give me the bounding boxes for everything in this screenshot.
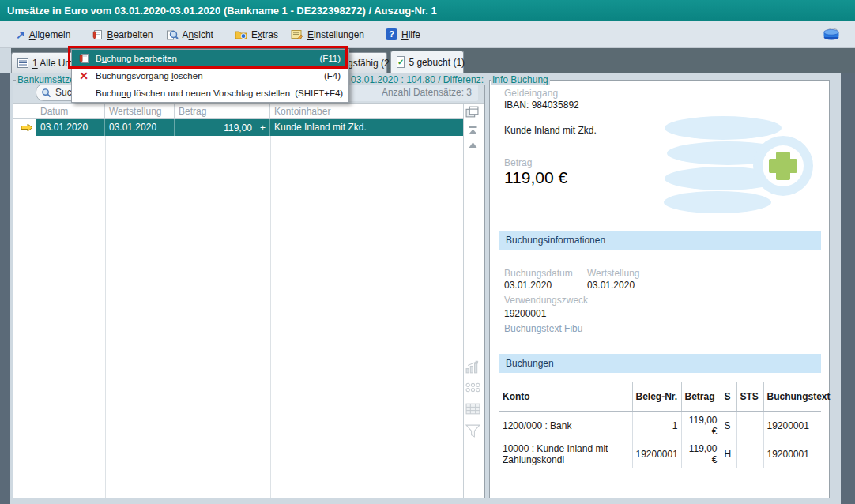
buchungen-table: Konto Beleg-Nr. Betrag S STS Buchungstex… <box>499 382 821 468</box>
column-header-kontoinhaber[interactable]: Kontoinhaber <box>270 104 463 119</box>
scroll-up-icon[interactable] <box>468 141 478 149</box>
help-icon: ? <box>386 28 397 40</box>
window-titlebar: Umsätze in Euro vom 03.01.2020-03.01.202… <box>0 0 855 21</box>
bt-col-beleg: Beleg-Nr. <box>632 382 681 411</box>
delete-x-icon: ✕ <box>72 70 96 82</box>
section-buchungsinformationen: Buchungsinformationen <box>499 231 821 250</box>
bt-s: H <box>721 440 736 468</box>
right-edge-bar[interactable] <box>841 73 855 504</box>
menu-ansicht[interactable]: Ansicht <box>160 26 220 43</box>
kunde-value: Kunde Inland mit Zkd. <box>504 125 597 136</box>
buchungen-header-row: Konto Beleg-Nr. Betrag S STS Buchungstex… <box>499 382 821 411</box>
verwendungszweck-label: Verwendungszweck <box>504 295 588 306</box>
edit-document-icon <box>92 29 103 40</box>
menu-einstellungen[interactable]: Einstellungen <box>284 26 371 43</box>
current-row-arrow-icon <box>21 122 33 133</box>
menu-item-buchung-loeschen-vorschlag[interactable]: Buchung löschen und neuen Vorschlag erst… <box>72 85 348 102</box>
iban-value: IBAN: 984035892 <box>504 100 579 111</box>
chart-tool-icon[interactable] <box>465 360 482 374</box>
menu-allgemein-label: Allgemein <box>29 29 71 40</box>
bt-col-buchungstext: Buchungstext <box>763 382 821 411</box>
info-buchung-panel: Geldeingang IBAN: 984035892 Kunde Inland… <box>489 80 830 498</box>
blue-folder-icon <box>822 25 841 41</box>
side-toolbar-divider <box>464 122 483 122</box>
menu-hilfe[interactable]: ? Hilfe <box>379 25 427 43</box>
settings-note-icon <box>291 29 303 39</box>
folder-info-icon <box>235 29 247 39</box>
menu-allgemein[interactable]: ↗ Allgemein <box>9 26 77 43</box>
grid-line <box>270 136 271 498</box>
cell-datum[interactable]: 03.01.2020 <box>36 119 105 136</box>
plus-indicator: + <box>260 122 266 134</box>
folder-button[interactable] <box>822 25 841 41</box>
toolbar-separator <box>224 26 224 43</box>
bt-s: S <box>721 411 736 440</box>
bt-col-sts: STS <box>736 382 763 411</box>
grid-line <box>105 136 106 498</box>
buchungsdatum-value: 03.01.2020 <box>504 280 552 291</box>
column-header-datum[interactable]: Datum <box>36 104 105 119</box>
menubar: ↗ Allgemein Bearbeiten Ansicht Extras <box>0 21 855 48</box>
column-chooser-icon[interactable] <box>465 106 479 118</box>
table-view-tool-icon[interactable] <box>465 403 480 415</box>
bankumsaetze-panel: Such Anzahl Datensätze: 3 Datum Wertstel… <box>13 80 485 498</box>
bank-table-selected-row[interactable]: 03.01.2020 03.01.2020 119,00 + Kunde Inl… <box>36 119 463 136</box>
list-icon <box>17 58 28 68</box>
buchungen-row: 10000 : Kunde Inland mit Zahlungskondi 1… <box>499 440 821 468</box>
menu-einstellungen-label: Einstellungen <box>307 29 364 40</box>
search-icon <box>41 88 51 98</box>
bank-table-header: Datum Wertstellung Betrag Kontoinhaber <box>13 104 484 119</box>
cell-wertstellung[interactable]: 03.01.2020 <box>105 119 175 136</box>
cell-kontoinhaber[interactable]: Kunde Inland mit Zkd. <box>270 119 463 136</box>
column-header-betrag[interactable]: Betrag <box>175 104 270 119</box>
bt-sts <box>736 440 763 468</box>
buchungstext-fibu-link[interactable]: Buchungstext Fibu <box>504 323 582 334</box>
bt-betrag: 119,00 € <box>681 411 721 440</box>
menu-bearbeiten[interactable]: Bearbeiten <box>85 26 159 43</box>
bt-beleg: 19200001 <box>632 440 681 468</box>
menu-extras[interactable]: Extras <box>228 26 284 43</box>
bt-betrag: 119,00 € <box>681 440 721 468</box>
cell-betrag[interactable]: 119,00 + <box>175 119 270 136</box>
toolbar-separator <box>375 26 375 43</box>
wertstellung-label: Wertstellung <box>587 268 639 279</box>
info-buchung-group-label: Info Buchung <box>491 74 550 85</box>
table-side-toolbar <box>464 106 484 498</box>
menu-item-label: Buchung löschen und neuen Vorschlag erst… <box>96 88 290 98</box>
record-count: Anzahl Datensätze: 3 <box>331 83 478 101</box>
menu-extras-label: Extras <box>251 29 278 40</box>
menu-hilfe-label: Hilfe <box>401 29 420 40</box>
menu-item-shortcut: (F4) <box>319 71 348 81</box>
bt-beleg: 1 <box>632 411 681 440</box>
check-icon: ✓ <box>397 56 405 68</box>
group-dots-tool-icon[interactable] <box>465 382 480 394</box>
bt-sts <box>736 411 763 440</box>
tab-gebucht[interactable]: ✓ 5 gebucht (1) <box>390 51 464 73</box>
bt-text: 19200001 <box>763 440 821 468</box>
app-window: Umsätze in Euro vom 03.01.2020-03.01.202… <box>0 0 855 504</box>
annotation-highlight-rectangle <box>68 46 348 69</box>
section-buchungen: Buchungen <box>499 354 821 373</box>
grid-line <box>175 136 175 498</box>
left-edge-bar <box>0 73 10 504</box>
money-in-coins-icon <box>650 114 819 218</box>
bt-text: 19200001 <box>763 411 821 440</box>
arrow-ne-icon: ↗ <box>16 30 25 39</box>
verwendungszweck-value: 19200001 <box>504 308 546 319</box>
bt-col-konto: Konto <box>499 382 632 411</box>
column-header-wertstellung[interactable]: Wertstellung <box>105 104 175 119</box>
wertstellung-value: 03.01.2020 <box>587 280 635 291</box>
menu-item-buchungsvorgang-loeschen[interactable]: ✕ Buchungsvorgang löschen (F4) <box>72 67 348 85</box>
toolbar-separator <box>81 26 81 43</box>
betrag-amount: 119,00 € <box>504 168 567 187</box>
bt-konto: 1200/000 : Bank <box>499 411 632 440</box>
menu-ansicht-label: Ansicht <box>183 29 213 40</box>
scroll-to-top-icon[interactable] <box>468 126 478 135</box>
filter-funnel-icon[interactable] <box>465 424 480 438</box>
menu-bearbeiten-label: Bearbeiten <box>107 29 153 40</box>
row-marker-column <box>13 104 36 119</box>
buchungen-row: 1200/000 : Bank 1 119,00 € S 19200001 <box>499 411 821 440</box>
buchungsdatum-label: Buchungsdatum <box>504 268 573 279</box>
tab-buchungsfaehig-label: gsfähig (2) <box>348 58 393 69</box>
window-title: Umsätze in Euro vom 03.01.2020-03.01.202… <box>7 5 437 17</box>
